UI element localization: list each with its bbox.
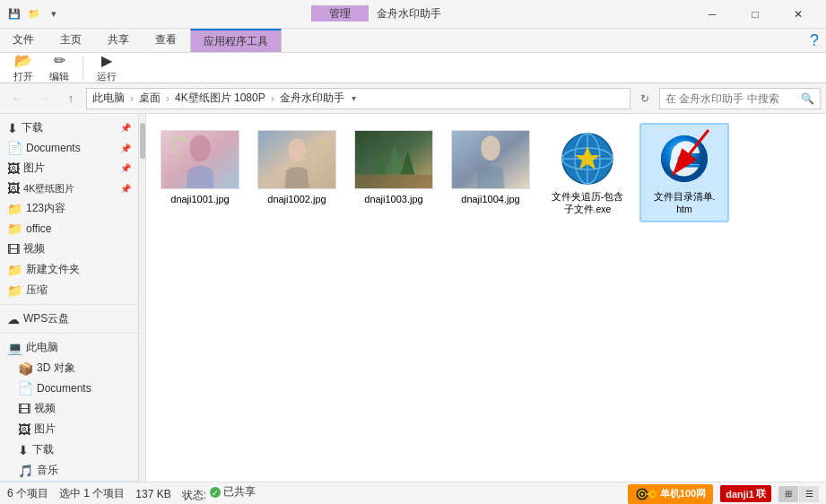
brand-text2: danji1 bbox=[726, 489, 754, 500]
sidebar-label-123: 123内容 bbox=[26, 201, 65, 216]
sidebar-item-123[interactable]: 📁 123内容 bbox=[0, 198, 138, 219]
maximize-button[interactable]: □ bbox=[735, 0, 776, 29]
tab-view[interactable]: 查看 bbox=[143, 29, 190, 52]
addr-app[interactable]: 金舟水印助手 bbox=[280, 91, 344, 106]
sidebar-item-desktop[interactable]: 🖥 桌面 bbox=[0, 481, 138, 482]
sidebar-item-docs2[interactable]: 📄 Documents bbox=[0, 378, 138, 398]
addr-4k[interactable]: 4K壁纸图片 1080P bbox=[175, 91, 265, 106]
addr-pc[interactable]: 此电脑 bbox=[92, 91, 125, 106]
brand-icon2: 联 bbox=[756, 487, 766, 500]
file-icon-htm bbox=[653, 130, 716, 187]
edit-label: 编辑 bbox=[49, 70, 69, 83]
file-item-2[interactable]: dnaji1002.jpg bbox=[252, 123, 342, 222]
sidebar-item-4k[interactable]: 🖼 4K壁纸图片 📌 bbox=[0, 178, 138, 198]
ribbon-run-btn[interactable]: ▶ 运行 bbox=[91, 49, 123, 86]
file-item-3[interactable]: dnaji1003.jpg bbox=[349, 123, 439, 222]
sidebar-item-wps[interactable]: ☁ WPS云盘 bbox=[0, 308, 138, 329]
wps-section: ☁ WPS云盘 bbox=[0, 304, 138, 329]
search-bar[interactable]: 🔍 bbox=[659, 88, 821, 109]
brand-logo2: danji1 联 bbox=[720, 485, 771, 502]
open-label: 打开 bbox=[13, 70, 33, 83]
sidebar-item-documents[interactable]: 📄 Documents 📌 bbox=[0, 138, 138, 158]
file-item-exe[interactable]: 文件夹追历-包含子文件.exe bbox=[543, 123, 632, 222]
ribbon-sep1 bbox=[83, 56, 83, 81]
sidebar-item-pictures[interactable]: 🖼 图片 📌 bbox=[0, 158, 138, 178]
file-name-exe: 文件夹追历-包含子文件.exe bbox=[552, 191, 624, 215]
run-icon: ▶ bbox=[101, 52, 112, 69]
folder4k-icon: 🖼 bbox=[7, 181, 20, 196]
nav-forward[interactable]: → bbox=[32, 87, 56, 110]
sidebar-item-office[interactable]: 📁 office bbox=[0, 219, 138, 239]
sidebar-item-music[interactable]: 🎵 音乐 bbox=[0, 460, 138, 481]
file-item-htm[interactable]: 文件目录清单.htm bbox=[639, 123, 729, 222]
sidebar-item-3d[interactable]: 📦 3D 对象 bbox=[0, 358, 138, 378]
help-icon[interactable]: ? bbox=[810, 31, 819, 50]
sidebar-scrollthumb[interactable] bbox=[140, 123, 145, 159]
file-item-1[interactable]: dnaji1001.jpg bbox=[155, 123, 245, 222]
docs-icon: 📄 bbox=[7, 141, 22, 155]
video-icon: 🎞 bbox=[7, 242, 20, 256]
close-button[interactable]: ✕ bbox=[778, 0, 819, 29]
file-thumb-4 bbox=[451, 130, 530, 189]
file-grid: dnaji1001.jpg bbox=[155, 123, 817, 222]
sidebar-scrollbar[interactable] bbox=[139, 114, 146, 482]
tab-app-tools[interactable]: 应用程序工具 bbox=[190, 29, 282, 52]
download-icon: ⬇ bbox=[7, 121, 18, 135]
view-list-btn[interactable]: ☰ bbox=[799, 486, 819, 502]
addr-sep1: › bbox=[130, 92, 134, 105]
sidebar-item-newfolder[interactable]: 📁 新建文件夹 bbox=[0, 259, 138, 280]
sidebar-label-zip: 压缩 bbox=[26, 282, 48, 298]
sidebar-item-thispc[interactable]: 💻 此电脑 bbox=[0, 337, 138, 358]
sharing-icon: ✓ bbox=[209, 486, 222, 499]
folder-office-icon: 📁 bbox=[7, 222, 22, 236]
open-icon: 📂 bbox=[14, 52, 32, 69]
sidebar-item-pics2[interactable]: 🖼 图片 bbox=[0, 419, 138, 439]
ribbon-open-btn[interactable]: 📂 打开 bbox=[7, 49, 39, 86]
minimize-button[interactable]: ─ bbox=[691, 0, 733, 29]
svg-point-3 bbox=[288, 139, 306, 161]
status-selected: 选中 1 个项目 bbox=[59, 486, 125, 501]
statusbar: 6 个项目 选中 1 个项目 137 KB 状态: ✓已共享 单机100网 bbox=[0, 482, 826, 504]
search-icon: 🔍 bbox=[801, 92, 814, 105]
file-area: dnaji1001.jpg bbox=[146, 114, 826, 482]
file-name-4: dnaji1004.jpg bbox=[461, 193, 519, 205]
music-icon: 🎵 bbox=[18, 464, 33, 478]
address-bar[interactable]: 此电脑 › 桌面 › 4K壁纸图片 1080P › 金舟水印助手 ▾ bbox=[86, 88, 630, 109]
this-pc-section: 💻 此电脑 📦 3D 对象 📄 Documents 🎞 视频 🖼 bbox=[0, 333, 138, 482]
refresh-button[interactable]: ↻ bbox=[634, 88, 656, 109]
addr-sep2: › bbox=[166, 92, 170, 105]
pin-icon-pics: 📌 bbox=[120, 163, 131, 173]
addr-dropdown-icon[interactable]: ▾ bbox=[352, 93, 356, 103]
svg-text:✓: ✓ bbox=[212, 489, 219, 498]
sidebar-item-zip[interactable]: 📁 压缩 bbox=[0, 280, 138, 300]
title-save-icon: 💾 bbox=[7, 7, 22, 22]
sidebar-item-video[interactable]: 🎞 视频 bbox=[0, 239, 138, 259]
zip-icon: 📁 bbox=[7, 283, 22, 298]
sidebar-label-thispc: 此电脑 bbox=[26, 340, 58, 355]
nav-up[interactable]: ↑ bbox=[59, 87, 83, 110]
pics2-icon: 🖼 bbox=[18, 422, 30, 437]
file-icon-exe bbox=[556, 130, 619, 187]
svg-point-10 bbox=[481, 136, 500, 161]
title-bar-title: 管理 金舟水印助手 bbox=[61, 6, 691, 22]
file-name-htm: 文件目录清单.htm bbox=[654, 191, 716, 215]
sidebar-item-video2[interactable]: 🎞 视频 bbox=[0, 398, 138, 419]
nav-back[interactable]: ← bbox=[5, 87, 29, 110]
file-item-4[interactable]: dnaji1004.jpg bbox=[446, 123, 535, 222]
edit-icon: ✏ bbox=[54, 52, 65, 69]
sidebar-item-download[interactable]: ⬇ 下载 📌 bbox=[0, 117, 138, 138]
sidebar-label-docs: Documents bbox=[26, 142, 81, 154]
sidebar-label-office: office bbox=[26, 222, 51, 235]
manager-tab-title[interactable]: 管理 bbox=[311, 5, 369, 22]
addr-sep3: › bbox=[271, 92, 274, 105]
addr-desktop[interactable]: 桌面 bbox=[139, 91, 161, 106]
sidebar-item-dl2[interactable]: ⬇ 下载 bbox=[0, 439, 138, 460]
status-sharing: 状态: ✓已共享 bbox=[182, 484, 256, 503]
file-thumb-3 bbox=[354, 130, 433, 189]
ribbon-edit-btn[interactable]: ✏ 编辑 bbox=[43, 49, 75, 86]
sidebar-label-video: 视频 bbox=[23, 241, 45, 256]
sidebar-label-pics2: 图片 bbox=[34, 421, 56, 437]
view-grid-btn[interactable]: ⊞ bbox=[778, 486, 798, 502]
sidebar-label-pics: 图片 bbox=[23, 161, 45, 176]
search-input[interactable] bbox=[665, 92, 801, 105]
